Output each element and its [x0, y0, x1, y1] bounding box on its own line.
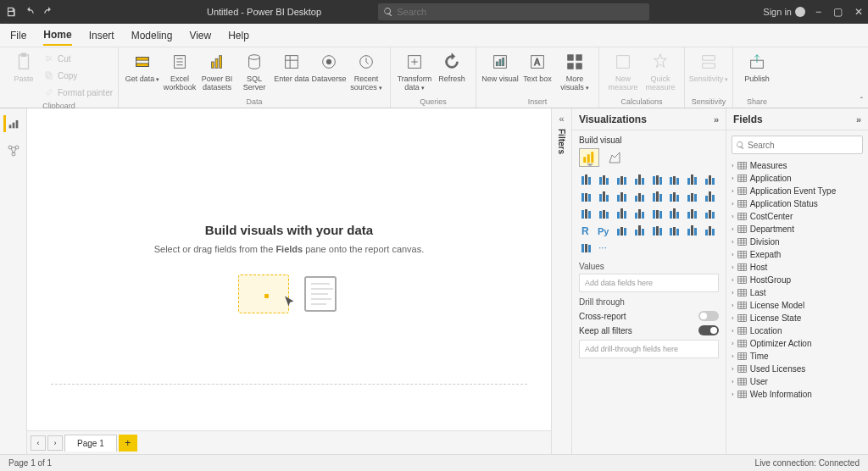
viz-stacked-area-icon[interactable] [685, 172, 700, 187]
viz-ribbon-icon[interactable] [579, 189, 594, 204]
drill-well[interactable]: Add drill-through fields here [579, 340, 719, 358]
fields-search[interactable] [732, 136, 863, 154]
enter-data-button[interactable]: Enter data [273, 51, 310, 83]
viz-matrix-icon[interactable] [703, 206, 718, 221]
viz-donut-icon[interactable] [667, 189, 682, 204]
excel-button[interactable]: Excel workbook [161, 51, 198, 91]
viz-r-visual-icon[interactable]: R [579, 223, 594, 238]
viz-area-icon[interactable] [667, 172, 682, 187]
report-view-button[interactable] [3, 115, 20, 132]
redo-icon[interactable] [42, 6, 54, 18]
menu-insert[interactable]: Insert [89, 26, 114, 45]
page-tab-1[interactable]: Page 1 [64, 435, 117, 452]
viz-map-icon[interactable] [703, 189, 718, 204]
global-search[interactable] [378, 3, 649, 20]
menu-home[interactable]: Home [43, 25, 71, 46]
collapse-viz-button[interactable]: » [714, 114, 719, 125]
publish-button[interactable]: Publish [738, 51, 776, 83]
more-visuals-button[interactable]: More visuals [556, 51, 593, 92]
page-prev-button[interactable]: ‹ [31, 435, 46, 451]
build-visual-tab[interactable] [579, 148, 599, 167]
collapse-fields-button[interactable]: » [856, 114, 861, 125]
viz-clustered-column-icon[interactable] [632, 172, 648, 187]
field-table-last[interactable]: ›Last [732, 286, 863, 299]
field-table-application-status[interactable]: ›Application Status [732, 197, 863, 210]
viz-multi-card-icon[interactable] [632, 206, 648, 221]
menu-view[interactable]: View [189, 26, 211, 45]
viz-pie-icon[interactable] [650, 189, 665, 204]
viz-waterfall-icon[interactable] [597, 189, 612, 204]
field-table-exepath[interactable]: ›Exepath [732, 248, 863, 261]
viz-line-icon[interactable] [650, 172, 665, 187]
viz-treemap-icon[interactable] [685, 189, 700, 204]
field-table-user[interactable]: ›User [732, 375, 863, 388]
text-box-button[interactable]: AText box [519, 51, 556, 83]
transform-data-button[interactable]: Transform data [396, 51, 433, 92]
menu-help[interactable]: Help [228, 26, 249, 45]
viz-key-influencers-icon[interactable] [615, 223, 630, 238]
maximize-button[interactable]: ▢ [833, 6, 843, 18]
minimize-button[interactable]: − [815, 6, 821, 18]
expand-filters-icon[interactable]: « [559, 114, 564, 124]
field-table-license-state[interactable]: ›License State [732, 312, 863, 324]
viz-more-visuals-ellipsis-icon[interactable]: ··· [597, 240, 612, 255]
new-visual-button[interactable]: New visual [481, 51, 519, 83]
viz-funnel-icon[interactable] [615, 189, 630, 204]
field-table-optimizer-action[interactable]: ›Optimizer Action [732, 337, 863, 350]
field-table-application[interactable]: ›Application [732, 172, 863, 185]
viz-python-visual-icon[interactable]: Py [597, 223, 612, 238]
viz-arcgis-icon[interactable] [703, 223, 718, 238]
menu-modeling[interactable]: Modeling [131, 26, 173, 45]
viz-card-icon[interactable] [615, 206, 630, 221]
undo-icon[interactable] [24, 6, 36, 18]
viz-qa-icon[interactable] [650, 223, 665, 238]
format-visual-tab[interactable] [604, 148, 625, 167]
keep-filters-toggle[interactable] [698, 325, 719, 335]
viz-filled-map-icon[interactable] [579, 206, 594, 221]
add-page-button[interactable]: + [119, 435, 137, 452]
viz-paginated-icon[interactable] [685, 223, 700, 238]
viz-gauge-icon[interactable] [597, 206, 612, 221]
field-table-division[interactable]: ›Division [732, 236, 863, 248]
field-table-license-model[interactable]: ›License Model [732, 299, 863, 312]
ribbon-collapse-button[interactable]: ˆ [860, 97, 863, 106]
field-table-application-event-type[interactable]: ›Application Event Type [732, 185, 863, 197]
viz-decomposition-icon[interactable] [632, 223, 648, 238]
field-table-used-licenses[interactable]: ›Used Licenses [732, 363, 863, 375]
dataverse-button[interactable]: Dataverse [310, 51, 348, 83]
field-table-location[interactable]: ›Location [732, 324, 863, 337]
global-search-input[interactable] [397, 7, 644, 17]
viz-slicer-icon[interactable] [667, 206, 682, 221]
page-next-button[interactable]: › [47, 435, 63, 451]
get-data-button[interactable]: Get data [124, 51, 161, 84]
save-icon[interactable] [5, 6, 17, 18]
recent-sources-button[interactable]: Recent sources [348, 51, 385, 92]
report-canvas[interactable]: Build visuals with your data Select or d… [39, 115, 539, 427]
field-table-host[interactable]: ›Host [732, 261, 863, 274]
viz-table-icon[interactable] [685, 206, 700, 221]
viz-kpi-icon[interactable] [650, 206, 665, 221]
model-view-button[interactable] [5, 142, 22, 159]
field-table-costcenter[interactable]: ›CostCenter [732, 210, 863, 223]
field-table-time[interactable]: ›Time [732, 350, 863, 363]
cross-report-toggle[interactable] [698, 311, 719, 321]
pbi-datasets-button[interactable]: Power BI datasets [198, 51, 236, 91]
viz-smart-narrative-icon[interactable] [667, 223, 682, 238]
refresh-button[interactable]: Refresh [433, 51, 470, 83]
viz-line-column-icon[interactable] [703, 172, 718, 187]
viz-stacked-bar-icon[interactable] [579, 172, 594, 187]
menu-file[interactable]: File [10, 26, 26, 45]
values-well[interactable]: Add data fields here [579, 274, 719, 292]
field-table-web-information[interactable]: ›Web Information [732, 388, 863, 401]
viz-scatter-icon[interactable] [632, 189, 648, 204]
filters-pane-collapsed[interactable]: « Filters [551, 108, 571, 454]
fields-search-input[interactable] [748, 141, 859, 150]
field-table-hostgroup[interactable]: ›HostGroup [732, 274, 863, 286]
viz-power-apps-icon[interactable] [579, 240, 594, 255]
sql-server-button[interactable]: SQL Server [236, 51, 273, 91]
field-table-measures[interactable]: ›Measures [732, 159, 863, 172]
viz-clustered-bar-icon[interactable] [597, 172, 612, 187]
field-table-department[interactable]: ›Department [732, 223, 863, 236]
close-button[interactable]: ✕ [854, 6, 863, 18]
viz-stacked-column-icon[interactable] [615, 172, 630, 187]
